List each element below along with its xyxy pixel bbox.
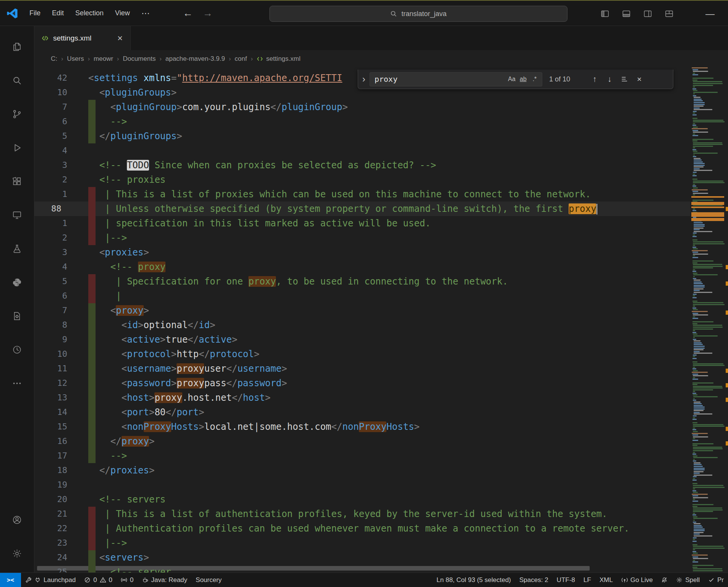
find-previous-button[interactable]: ↑	[588, 72, 602, 86]
status-java-status[interactable]: Java: Ready	[138, 573, 192, 587]
code-line[interactable]: 17 -->	[34, 449, 691, 463]
line-number[interactable]: 7	[34, 303, 88, 318]
line-number[interactable]: 1	[34, 216, 88, 231]
regex-toggle[interactable]: .*	[529, 73, 540, 85]
line-number[interactable]: 20	[34, 492, 88, 507]
minimap[interactable]	[691, 67, 726, 572]
gear-file-icon[interactable]	[0, 299, 34, 333]
menu-file[interactable]: File	[24, 1, 46, 26]
line-number[interactable]: 15	[34, 420, 88, 434]
line-number[interactable]: 42	[34, 71, 88, 85]
code-line[interactable]: 6 -->	[34, 114, 691, 129]
command-center-search[interactable]: translator_java	[269, 6, 567, 22]
line-number[interactable]: 13	[34, 390, 88, 405]
history-forward-button[interactable]: →	[203, 7, 213, 19]
extensions-icon[interactable]	[0, 164, 34, 198]
breadcrumb-item[interactable]: conf	[234, 55, 248, 63]
python-icon[interactable]	[0, 265, 34, 299]
line-number[interactable]: 88	[34, 202, 88, 216]
line-number[interactable]: 23	[34, 536, 88, 550]
line-number[interactable]: 7	[34, 100, 88, 114]
line-number[interactable]: 18	[34, 463, 88, 478]
line-number[interactable]: 22	[34, 521, 88, 536]
status-indentation[interactable]: Spaces: 2	[515, 573, 553, 587]
code-line[interactable]: 18 </proxies>	[34, 463, 691, 478]
code-line[interactable]: 2 |-->	[34, 231, 691, 245]
code-line[interactable]: 24 <servers>	[34, 550, 691, 565]
line-number[interactable]: 2	[34, 172, 88, 187]
find-input[interactable]: proxy Aa ab .*	[370, 72, 542, 86]
menu-selection[interactable]: Selection	[70, 1, 109, 26]
code-line[interactable]: 20 <!-- servers	[34, 492, 691, 507]
line-number[interactable]: 8	[34, 318, 88, 332]
code-line[interactable]: 22 | Authentication profiles can be used…	[34, 521, 691, 536]
find-close-button[interactable]: ×	[632, 72, 646, 86]
line-number[interactable]: 10	[34, 85, 88, 100]
line-number[interactable]: 6	[34, 289, 88, 303]
line-number[interactable]: 21	[34, 507, 88, 521]
line-number[interactable]: 6	[34, 114, 88, 129]
status-cursor-position[interactable]: Ln 88, Col 93 (5 selected)	[432, 573, 515, 587]
status-notifications-muted[interactable]	[657, 573, 672, 587]
line-number[interactable]: 3	[34, 245, 88, 260]
code-line[interactable]: 10 <protocol>http</protocol>	[34, 347, 691, 361]
code-line-current[interactable]: 88 | Unless otherwise specified (by syst…	[34, 202, 691, 216]
testing-icon[interactable]	[0, 232, 34, 265]
breadcrumb-item[interactable]: Documents	[122, 55, 156, 63]
line-number[interactable]: 24	[34, 550, 88, 565]
code-line[interactable]: 4 <!-- proxy	[34, 260, 691, 274]
status-ports[interactable]: 0	[117, 573, 138, 587]
find-next-button[interactable]: ↓	[603, 72, 616, 86]
remote-explorer-icon[interactable]	[0, 198, 34, 232]
line-number[interactable]: 2	[34, 231, 88, 245]
remote-indicator[interactable]: ><	[0, 573, 21, 587]
menu-view[interactable]: View	[109, 1, 136, 26]
breadcrumb-file[interactable]: settings.xml	[256, 55, 301, 63]
code-line[interactable]: 7 <proxy>	[34, 303, 691, 318]
code-line[interactable]: 9 <active>true</active>	[34, 332, 691, 347]
code-line[interactable]: 13 <host>proxy.host.net</host>	[34, 390, 691, 405]
status-launchpad[interactable]: Launchpad	[21, 573, 80, 587]
breadcrumb-item[interactable]: Users	[66, 55, 84, 63]
clock-icon[interactable]	[0, 333, 34, 366]
status-sourcery[interactable]: Sourcery	[191, 573, 226, 587]
code-line[interactable]: 6 |	[34, 289, 691, 303]
code-line[interactable]: 15 <nonProxyHosts>local.net|some.host.co…	[34, 420, 691, 434]
toggle-secondary-sidebar-icon[interactable]	[643, 9, 652, 18]
code-line[interactable]: 23 |-->	[34, 536, 691, 550]
status-go-live[interactable]: Go Live	[617, 573, 657, 587]
code-line[interactable]: 1 | This is a list of proxies which can …	[34, 187, 691, 202]
menu-edit[interactable]: Edit	[46, 1, 70, 26]
toggle-panel-icon[interactable]	[622, 9, 631, 18]
line-number[interactable]: 5	[34, 274, 88, 289]
code-editor[interactable]: 42<settings xmlns="http://maven.apache.o…	[34, 67, 691, 572]
match-case-toggle[interactable]: Aa	[506, 73, 517, 85]
line-number[interactable]: 3	[34, 158, 88, 172]
line-number[interactable]: 11	[34, 361, 88, 376]
status-eol[interactable]: LF	[579, 573, 595, 587]
explorer-icon[interactable]	[0, 30, 34, 63]
search-icon[interactable]	[0, 63, 34, 97]
status-spell-checker[interactable]: Spell	[672, 573, 704, 587]
code-line[interactable]: 1 | specification in this list marked as…	[34, 216, 691, 231]
toggle-sidebar-icon[interactable]	[600, 9, 610, 18]
code-line[interactable]: 8 <id>optional</id>	[34, 318, 691, 332]
line-number[interactable]: 19	[34, 478, 88, 492]
settings-icon[interactable]	[0, 537, 34, 570]
code-line[interactable]: 5 | Specification for one proxy, to be u…	[34, 274, 691, 289]
line-number[interactable]: 16	[34, 434, 88, 449]
line-number[interactable]: 12	[34, 376, 88, 390]
breadcrumb-item[interactable]: C:	[50, 55, 58, 63]
more-icon[interactable]	[0, 366, 34, 400]
code-line[interactable]: 3 <proxies>	[34, 245, 691, 260]
status-language-mode[interactable]: XML	[595, 573, 617, 587]
line-number[interactable]: 9	[34, 332, 88, 347]
line-number[interactable]: 4	[34, 143, 88, 158]
menu-overflow[interactable]: ⋯	[136, 1, 156, 26]
line-number[interactable]: 14	[34, 405, 88, 420]
line-number[interactable]: 10	[34, 347, 88, 361]
line-number[interactable]: 1	[34, 187, 88, 202]
line-number[interactable]: 5	[34, 129, 88, 143]
code-line[interactable]: 21 | This is a list of authentication pr…	[34, 507, 691, 521]
account-icon[interactable]	[0, 503, 34, 537]
